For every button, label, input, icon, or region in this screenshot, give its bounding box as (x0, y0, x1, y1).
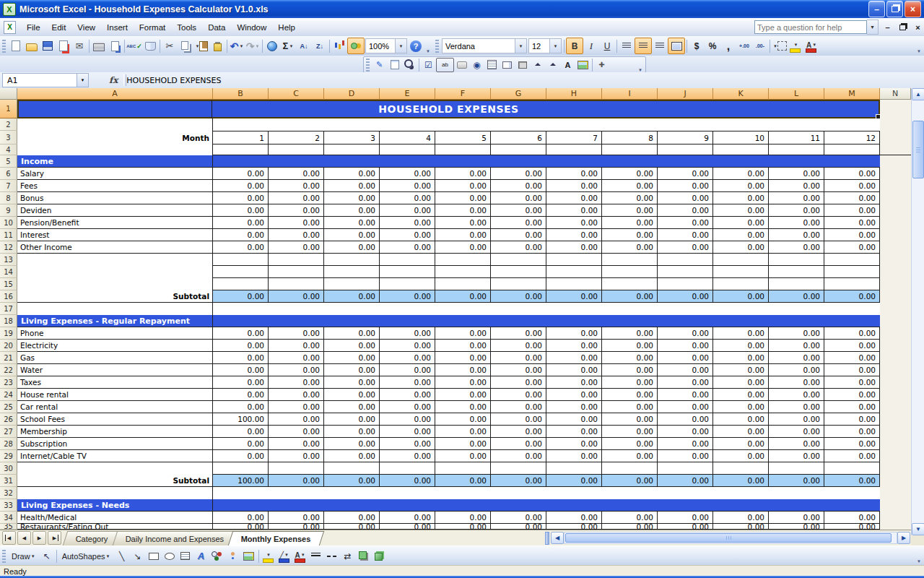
horizontal-scrollbar-thumb[interactable] (565, 533, 892, 543)
cell[interactable]: 0.00 (380, 204, 435, 217)
cell[interactable]: 0.00 (658, 389, 713, 401)
cell[interactable]: 0.00 (269, 229, 324, 241)
cell[interactable]: 0.00 (435, 376, 491, 389)
row-header[interactable]: 5 (0, 155, 17, 168)
row-header[interactable]: 34 (0, 512, 17, 524)
cell[interactable]: 0.00 (213, 327, 269, 340)
font-color-dropdown-icon[interactable]: ▼ (812, 43, 816, 47)
section-header-cell[interactable]: Income (17, 155, 880, 168)
insert-picture-icon[interactable] (241, 548, 257, 564)
cell[interactable]: 0.00 (324, 524, 380, 530)
cell[interactable]: 0.00 (713, 413, 769, 426)
cell[interactable]: 0.00 (546, 180, 602, 192)
cell[interactable]: 100.00 (213, 475, 269, 487)
row-header[interactable]: 9 (0, 204, 17, 217)
cell[interactable] (769, 266, 824, 278)
standard-toolbar-options-button[interactable]: ▼ (424, 38, 432, 53)
cell[interactable]: 0.00 (491, 229, 546, 241)
row-label-cell[interactable]: Restaurants/Eating Out (17, 524, 213, 530)
cell[interactable]: 0.00 (602, 438, 658, 450)
row-label-cell[interactable]: Taxes (17, 376, 213, 389)
workbook-restore-button[interactable] (897, 22, 909, 33)
cell[interactable] (435, 278, 491, 290)
cell[interactable]: 0.00 (324, 376, 380, 389)
cell[interactable] (213, 487, 880, 499)
row-label-cell[interactable]: Interest (17, 229, 213, 241)
cell[interactable]: 0.00 (324, 192, 380, 204)
currency-icon[interactable]: $ (689, 38, 705, 53)
cell[interactable] (824, 144, 880, 155)
cell[interactable]: 0.00 (602, 376, 658, 389)
font-name-dropdown-icon[interactable]: ▼ (515, 39, 526, 53)
cell[interactable]: 0.00 (491, 290, 546, 303)
spin-button-icon[interactable] (530, 59, 545, 72)
cell[interactable]: 0.00 (213, 352, 269, 364)
cell[interactable]: 0.00 (769, 401, 824, 413)
cell[interactable]: 0.00 (546, 524, 602, 530)
cell[interactable]: 0.00 (602, 241, 658, 254)
row-label-cell[interactable]: Salary (17, 168, 213, 180)
cell[interactable]: 0.00 (380, 389, 435, 401)
cell[interactable]: 0.00 (435, 241, 491, 254)
cell[interactable]: 0.00 (213, 524, 269, 530)
properties-icon[interactable] (387, 59, 402, 72)
cell[interactable] (269, 144, 324, 155)
cell[interactable] (213, 278, 269, 290)
cell[interactable]: 0.00 (213, 168, 269, 180)
cell[interactable]: 0.00 (713, 229, 769, 241)
menu-help[interactable]: Help (272, 20, 301, 35)
cell[interactable]: 0.00 (769, 438, 824, 450)
cell[interactable]: 0.00 (713, 524, 769, 530)
cell[interactable]: 0.00 (213, 426, 269, 438)
threed-style-icon[interactable] (372, 548, 388, 564)
cell[interactable]: 0.00 (491, 192, 546, 204)
select-all-corner[interactable] (0, 88, 17, 100)
cell[interactable]: 0.00 (324, 241, 380, 254)
cell[interactable]: 0.00 (658, 475, 713, 487)
textbox-control-icon[interactable]: ab (436, 58, 454, 72)
cell[interactable]: 0.00 (324, 475, 380, 487)
cell[interactable]: 0.00 (269, 376, 324, 389)
cell[interactable]: 0.00 (546, 340, 602, 352)
cell[interactable] (269, 462, 324, 475)
cell[interactable]: 0.00 (713, 401, 769, 413)
cell[interactable]: 0.00 (380, 376, 435, 389)
cell[interactable]: 0.00 (602, 352, 658, 364)
cell[interactable]: 0.00 (546, 290, 602, 303)
cell[interactable]: 0.00 (435, 475, 491, 487)
row-header[interactable]: 2 (0, 118, 17, 131)
cell[interactable]: 0.00 (213, 512, 269, 524)
cell[interactable]: 0.00 (658, 327, 713, 340)
cell[interactable]: 11 (769, 131, 824, 144)
decrease-decimal-icon[interactable]: .00- (752, 38, 768, 53)
cell[interactable]: 0.00 (213, 438, 269, 450)
cell[interactable]: 0.00 (324, 327, 380, 340)
first-sheet-icon[interactable]: ◀ (2, 531, 16, 545)
cell[interactable] (17, 487, 213, 499)
row-label-cell[interactable]: Health/Medical (17, 512, 213, 524)
cell[interactable]: 0.00 (269, 364, 324, 376)
cell[interactable]: 1 (213, 131, 269, 144)
cell[interactable] (546, 266, 602, 278)
cell[interactable]: 0.00 (380, 180, 435, 192)
cell[interactable]: 0.00 (269, 340, 324, 352)
cell[interactable]: 0.00 (602, 217, 658, 229)
cell[interactable]: 6 (491, 131, 546, 144)
cell[interactable]: 0.00 (269, 204, 324, 217)
cell[interactable]: 0.00 (713, 217, 769, 229)
cell[interactable] (324, 254, 380, 266)
sort-descending-icon[interactable]: Z↓ (312, 38, 328, 53)
cell[interactable]: 0.00 (658, 376, 713, 389)
column-header-E[interactable]: E (380, 88, 435, 100)
command-button-icon[interactable] (454, 59, 469, 72)
cell[interactable]: 0.00 (491, 450, 546, 462)
sheet-tab-daily-income-and-expenses[interactable]: Daily Income and Expenses (112, 531, 237, 545)
cell[interactable]: 0.00 (658, 217, 713, 229)
cell[interactable] (380, 462, 435, 475)
zoom-dropdown-icon[interactable]: ▼ (395, 39, 406, 53)
cell[interactable]: 0.00 (435, 340, 491, 352)
cell[interactable]: 0.00 (435, 364, 491, 376)
cell[interactable] (491, 462, 546, 475)
cell[interactable]: 5 (435, 131, 491, 144)
email-icon[interactable]: ✉ (71, 38, 87, 53)
